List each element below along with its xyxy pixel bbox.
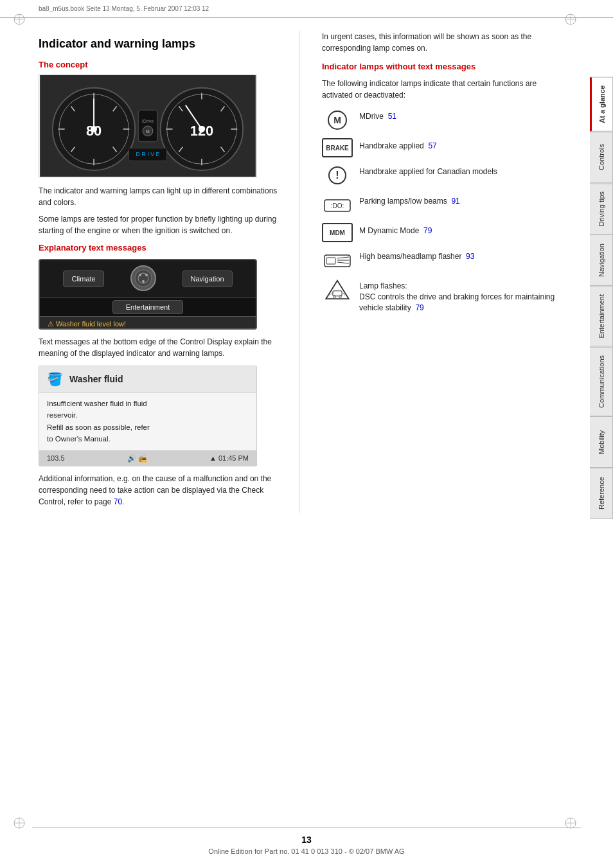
sidebar-tabs: At a glance Controls Driving tips Naviga… xyxy=(590,77,613,519)
section-title: Indicator and warning lamps xyxy=(39,37,283,51)
svg-rect-57 xyxy=(326,258,335,264)
instrument-cluster-image: 80 IDrive M xyxy=(39,75,257,177)
climate-btn: Climate xyxy=(63,270,103,287)
page-70-link[interactable]: 70 xyxy=(114,497,122,506)
handbrake-link[interactable]: 57 xyxy=(428,141,436,150)
sidebar-tab-entertainment[interactable]: Entertainment xyxy=(590,286,613,346)
parking-lamps-text: Parking lamps/low beams 91 xyxy=(359,193,460,207)
mdrive-text: MDrive 51 xyxy=(359,109,396,122)
sidebar-tab-controls[interactable]: Controls xyxy=(590,132,613,183)
svg-point-42 xyxy=(199,126,205,132)
svg-text:IDrive: IDrive xyxy=(142,119,154,123)
dsc-icon xyxy=(322,278,353,301)
header-text: ba8_m5us.book Seite 13 Montag, 5. Februa… xyxy=(39,5,209,12)
svg-point-49 xyxy=(142,280,145,283)
high-beams-icon xyxy=(322,249,353,272)
washer-footer-left: 103.5 xyxy=(47,454,65,462)
brake-icon: BRAKE xyxy=(322,138,353,157)
svg-line-60 xyxy=(337,262,349,263)
left-column: Indicator and warning lamps The concept xyxy=(39,31,283,513)
entertainment-btn: Entertainment xyxy=(112,300,183,314)
body-text-2: Some lamps are tested for proper functio… xyxy=(39,213,283,236)
corner-mark-tl xyxy=(13,13,26,26)
concept-title: The concept xyxy=(39,60,283,69)
indicator-handbrake-canada: ! Handbrake applied for Canadian models xyxy=(322,164,558,187)
washer-title: Washer fluid xyxy=(69,374,123,384)
corner-mark-tr xyxy=(564,13,577,26)
sidebar-tab-mobility[interactable]: Mobility xyxy=(590,416,613,468)
svg-line-58 xyxy=(337,257,349,258)
warning-text: ⚠ Washer fluid level low! xyxy=(48,320,126,328)
washer-line3: Refill as soon as possible, refer xyxy=(47,423,150,431)
idrive-knob xyxy=(130,265,156,291)
indicator-section-title: Indicator lamps without text messages xyxy=(322,62,558,71)
svg-rect-56 xyxy=(324,255,350,267)
washer-line4: to Owner's Manual. xyxy=(47,435,111,443)
footer-text: Online Edition for Part no. 01 41 0 013 … xyxy=(208,847,404,855)
washer-footer-right: ▲ 01:45 PM xyxy=(209,454,249,462)
control-display-image: Climate xyxy=(39,259,257,330)
mdm-text: M Dynamic Mode 79 xyxy=(359,223,432,236)
indicator-handbrake: BRAKE Handbrake applied 57 xyxy=(322,138,558,157)
handbrake-canada-text: Handbrake applied for Canadian models xyxy=(359,164,497,177)
mdrive-icon: M xyxy=(322,109,353,132)
svg-text::DO:: :DO: xyxy=(331,202,344,209)
washer-footer-icons: 🔊 📻 xyxy=(127,454,147,463)
sidebar-tab-communications[interactable]: Communications xyxy=(590,347,613,416)
additional-text: Additional information, e.g. on the caus… xyxy=(39,473,283,508)
sidebar-tab-driving-tips[interactable]: Driving tips xyxy=(590,183,613,235)
mdm-link[interactable]: 79 xyxy=(423,226,432,235)
high-beams-link[interactable]: 93 xyxy=(466,252,474,261)
text-after-display: Text messages at the bottom edge of the … xyxy=(39,336,283,359)
indicator-high-beams: High beams/headlamp flasher 93 xyxy=(322,249,558,272)
svg-text:M: M xyxy=(146,129,150,134)
column-divider xyxy=(299,31,299,513)
handbrake-canada-icon: ! xyxy=(322,164,353,187)
svg-point-47 xyxy=(139,274,141,276)
intro-text: In urgent cases, this information will b… xyxy=(322,31,558,54)
body-text-1: The indicator and warning lamps can ligh… xyxy=(39,185,283,208)
page-number: 13 xyxy=(32,835,581,845)
svg-point-45 xyxy=(135,270,152,287)
svg-point-48 xyxy=(145,274,148,276)
washer-line2: reservoir. xyxy=(47,411,77,419)
sidebar-tab-navigation[interactable]: Navigation xyxy=(590,235,613,286)
warning-bar: ⚠ Washer fluid level low! xyxy=(40,316,256,330)
header-bar: ba8_m5us.book Seite 13 Montag, 5. Februa… xyxy=(0,0,613,18)
washer-footer: 103.5 🔊 📻 ▲ 01:45 PM xyxy=(39,450,256,466)
washer-icon: 🪣 xyxy=(47,371,63,387)
parking-lamps-icon: :DO: xyxy=(322,193,353,217)
page-container: ba8_m5us.book Seite 13 Montag, 5. Februa… xyxy=(0,0,613,868)
parking-lamps-link[interactable]: 91 xyxy=(451,197,459,206)
washer-fluid-box: 🪣 Washer fluid Insufficient washer fluid… xyxy=(39,366,257,466)
dsc-text: Lamp flashes: DSC controls the drive and… xyxy=(359,278,558,313)
mdrive-link[interactable]: 51 xyxy=(388,112,396,121)
washer-header: 🪣 Washer fluid xyxy=(39,366,256,393)
svg-text:D R I V E: D R I V E xyxy=(136,151,160,157)
main-content: Indicator and warning lamps The concept xyxy=(0,18,590,526)
svg-text:!: ! xyxy=(335,170,339,181)
navigation-btn: Navigation xyxy=(182,270,233,287)
high-beams-text: High beams/headlamp flasher 93 xyxy=(359,249,474,262)
right-column: In urgent cases, this information will b… xyxy=(315,31,558,513)
dsc-link[interactable]: 79 xyxy=(415,303,423,312)
sidebar-tab-at-a-glance[interactable]: At a glance xyxy=(590,77,613,132)
svg-point-25 xyxy=(91,126,97,132)
sidebar-tab-reference[interactable]: Reference xyxy=(590,468,613,519)
washer-body: Insufficient washer fluid in fluid reser… xyxy=(39,393,256,450)
washer-line1: Insufficient washer fluid in fluid xyxy=(47,400,147,407)
corner-mark-bl xyxy=(13,817,26,829)
svg-text:M: M xyxy=(333,115,341,125)
indicator-subtitle: The following indicator lamps indicate t… xyxy=(322,78,558,101)
indicator-mdrive: M MDrive 51 xyxy=(322,109,558,132)
indicator-parking-lamps: :DO: Parking lamps/low beams 91 xyxy=(322,193,558,217)
indicator-dsc: Lamp flashes: DSC controls the drive and… xyxy=(322,278,558,313)
explanatory-title: Explanatory text messages xyxy=(39,243,283,252)
handbrake-text: Handbrake applied 57 xyxy=(359,138,437,152)
mdm-icon: MDM xyxy=(322,223,353,242)
indicator-mdm: MDM M Dynamic Mode 79 xyxy=(322,223,558,242)
page-footer: 13 Online Edition for Part no. 01 41 0 0… xyxy=(32,828,581,855)
